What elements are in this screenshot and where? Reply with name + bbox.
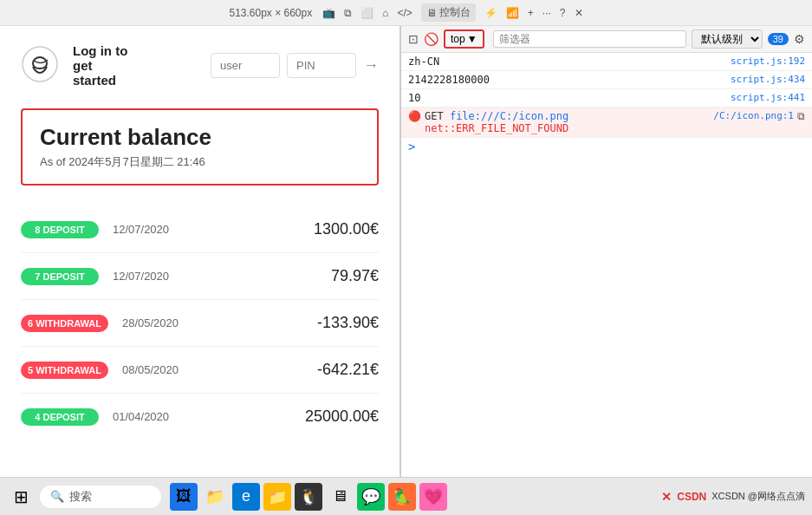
console-tab-icon[interactable]: 🖥控制台	[421, 3, 476, 22]
error-copy-icon[interactable]: ⧉	[797, 110, 805, 122]
top-label: top	[451, 33, 465, 45]
csdn-label: CSDN	[677, 491, 706, 503]
transaction-date: 01/04/2020	[113, 410, 305, 423]
taskbar-icons: 🖼 📁 e 📁 🐧 🖥 💬 🦜 💗	[170, 483, 447, 511]
transaction-date: 12/07/2020	[113, 270, 331, 283]
transaction-row: 5 WITHDRAWAL 08/05/2020 -642.21€	[21, 347, 379, 394]
console-value: zh-CN	[408, 55, 731, 68]
transaction-row: 7 DEPOSIT 12/07/2020 79.97€	[21, 253, 379, 300]
browser-title-bar: 513.60px × 660px 📺 ⧉ ⬜ ⌂ </> 🖥控制台 ⚡ 📶 + …	[0, 0, 812, 25]
console-file-link[interactable]: script.js:192	[731, 55, 805, 67]
taskbar-x-icon: ✕	[661, 490, 672, 504]
taskbar: ⊞ 🔍 搜索 🖼 📁 e 📁 🐧 🖥 💬 🦜 💗 ✕ CSDN XCSDN @网…	[0, 477, 812, 515]
taskbar-parrot-icon[interactable]: 🦜	[388, 483, 416, 511]
transaction-date: 08/05/2020	[122, 363, 317, 376]
wifi-icon[interactable]: 📶	[506, 7, 519, 19]
taskbar-photo-icon[interactable]: 🖼	[170, 483, 198, 511]
code-icon[interactable]: </>	[397, 7, 412, 19]
transaction-row: 8 DEPOSIT 12/07/2020 1300.00€	[21, 206, 379, 253]
help-icon[interactable]: ?	[560, 7, 566, 19]
devtools-pane: ⊡ 🚫 top ▼ 默认级别 39 ⚙ zh-CN script.js:192 …	[400, 26, 812, 477]
home-icon[interactable]: ⌂	[382, 7, 388, 19]
login-arrow[interactable]: →	[363, 56, 379, 75]
taskbar-folder-icon[interactable]: 📁	[201, 483, 229, 511]
balance-date: As of 2024年5月7日星期二 21:46	[40, 154, 360, 170]
transaction-badge: 5 WITHDRAWAL	[21, 362, 108, 379]
console-file-link[interactable]: script.js:434	[731, 74, 805, 85]
taskbar-app-label: XCSDN @网络点点滴	[711, 490, 805, 503]
error-badge: 39	[768, 33, 789, 45]
app-pane: Log in to get started → Current balance …	[0, 26, 400, 477]
console-label: 控制台	[439, 5, 471, 20]
transaction-row: 6 WITHDRAWAL 28/05/2020 -133.90€	[21, 300, 379, 347]
transaction-amount: 25000.00€	[305, 407, 379, 426]
transaction-amount: -133.90€	[317, 314, 379, 332]
transaction-badge: 8 DEPOSIT	[21, 221, 99, 238]
login-text: Log in to get started	[73, 43, 127, 88]
console-error-row: 🔴 GET file:///C:/icon.png net::ERR_FILE_…	[401, 108, 812, 138]
windows-start-icon[interactable]: ⊞	[7, 483, 35, 511]
transaction-amount: 79.97€	[331, 267, 379, 285]
transaction-row: 4 DEPOSIT 01/04/2020 25000.00€	[21, 394, 379, 440]
transaction-date: 28/05/2020	[122, 316, 317, 329]
login-line1: Log in to get started	[73, 43, 127, 88]
console-row: zh-CN script.js:192	[401, 53, 812, 71]
pin-input[interactable]	[287, 53, 356, 78]
close-icon[interactable]: ✕	[575, 7, 583, 19]
transaction-badge: 7 DEPOSIT	[21, 268, 99, 285]
balance-title: Current balance	[40, 124, 360, 151]
window-icon[interactable]: ⬜	[361, 7, 374, 19]
taskbar-search[interactable]: 🔍 搜索	[40, 486, 161, 508]
search-placeholder: 搜索	[69, 489, 92, 505]
transaction-badge: 4 DEPOSIT	[21, 408, 99, 426]
page-dimensions: 513.60px × 660px	[229, 7, 312, 19]
chevron-down-icon: ▼	[467, 33, 477, 45]
transaction-amount: 1300.00€	[314, 220, 379, 238]
copy-icon[interactable]: ⧉	[344, 7, 352, 19]
monitor-icon[interactable]: 📺	[322, 7, 335, 19]
error-text: GET file:///C:/icon.png net::ERR_FILE_NO…	[425, 110, 713, 134]
console-row: 2142228180000 script.js:434	[401, 71, 812, 89]
taskbar-edge-icon[interactable]: e	[232, 483, 260, 511]
transaction-badge: 6 WITHDRAWAL	[21, 315, 108, 332]
taskbar-chat-icon[interactable]: 💬	[357, 483, 385, 511]
level-select[interactable]: 默认级别	[692, 29, 763, 49]
taskbar-right: ✕ CSDN XCSDN @网络点点滴	[661, 490, 805, 504]
top-dropdown[interactable]: top ▼	[444, 29, 484, 49]
error-url[interactable]: file:///C:/icon.png	[450, 110, 568, 122]
devtools-elements-icon[interactable]: ⊡	[408, 32, 419, 46]
add-tab-icon[interactable]: +	[528, 7, 534, 19]
devtools-block-icon[interactable]: 🚫	[424, 32, 438, 46]
console-output: zh-CN script.js:192 2142228180000 script…	[401, 53, 812, 477]
console-expand-arrow[interactable]: >	[401, 138, 812, 155]
taskbar-pink-icon[interactable]: 💗	[419, 483, 447, 511]
devtools-toolbar: ⊡ 🚫 top ▼ 默认级别 39 ⚙	[401, 26, 812, 53]
filter-input[interactable]	[493, 30, 686, 48]
login-form: →	[211, 53, 379, 78]
transaction-date: 12/07/2020	[113, 223, 314, 236]
console-value: 2142228180000	[408, 74, 731, 86]
taskbar-files-icon[interactable]: 📁	[263, 483, 291, 511]
console-value: 10	[408, 92, 731, 104]
transactions-list: 8 DEPOSIT 12/07/2020 1300.00€ 7 DEPOSIT …	[0, 199, 400, 477]
app-logo	[21, 45, 59, 87]
app-header: Log in to get started →	[0, 26, 400, 101]
error-file-link[interactable]: /C:/icon.png:1	[713, 110, 794, 121]
transaction-amount: -642.21€	[317, 361, 379, 379]
search-icon: 🔍	[50, 490, 64, 503]
svg-point-0	[23, 47, 57, 81]
error-icon: 🔴	[408, 110, 421, 122]
settings-gear-icon[interactable]: ⚙	[794, 32, 805, 46]
console-row: 10 script.js:441	[401, 89, 812, 108]
console-file-link[interactable]: script.js:441	[731, 92, 805, 103]
network-icon[interactable]: ⚡	[484, 7, 497, 19]
taskbar-linux-icon[interactable]: 🐧	[295, 483, 322, 511]
taskbar-monitor-icon[interactable]: 🖥	[326, 483, 354, 511]
more-icon[interactable]: ···	[542, 7, 551, 19]
balance-section: Current balance As of 2024年5月7日星期二 21:46	[21, 108, 379, 186]
error-status: net::ERR_FILE_NOT_FOUND	[425, 122, 568, 134]
user-input[interactable]	[211, 53, 280, 78]
